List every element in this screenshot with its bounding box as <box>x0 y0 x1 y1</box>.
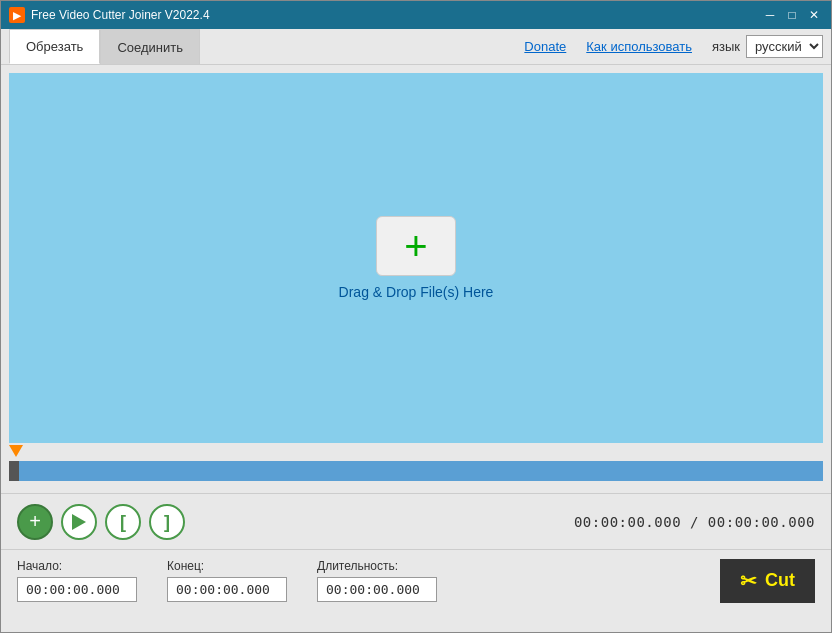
tab-join[interactable]: Соединить <box>100 29 200 64</box>
add-icon: + <box>29 510 41 533</box>
mark-end-button[interactable]: ] <box>149 504 185 540</box>
end-time-label: Конец: <box>167 559 287 573</box>
content-area: + Drag & Drop File(s) Here + [ <box>1 65 831 632</box>
timeline-fill <box>9 461 823 481</box>
lang-label: язык <box>712 39 740 54</box>
add-plus-icon: + <box>404 226 427 266</box>
duration-label: Длительность: <box>317 559 437 573</box>
end-time-group: Конец: <box>167 559 287 602</box>
start-time-label: Начало: <box>17 559 137 573</box>
timeline-left-marker <box>9 461 19 481</box>
lang-select[interactable]: русский English <box>746 35 823 58</box>
language-selector: язык русский English <box>712 35 823 58</box>
minimize-button[interactable]: ─ <box>761 6 779 24</box>
cut-button-label: Cut <box>765 570 795 591</box>
app-icon: ▶ <box>9 7 25 23</box>
menu-tabs: Обрезать Соединить <box>9 29 200 64</box>
timeline-position-marker <box>9 445 23 457</box>
end-time-input[interactable] <box>167 577 287 602</box>
bottom-bar: Начало: Конец: Длительность: ✂ Cut <box>1 549 831 611</box>
title-bar: ▶ Free Video Cutter Joiner V2022.4 ─ □ ✕ <box>1 1 831 29</box>
time-display: 00:00:00.000 / 00:00:00.000 <box>574 514 815 530</box>
how-to-use-link[interactable]: Как использовать <box>586 39 692 54</box>
add-file-ctrl-button[interactable]: + <box>17 504 53 540</box>
play-icon <box>72 514 86 530</box>
menu-bar: Обрезать Соединить Donate Как использова… <box>1 29 831 65</box>
end-bracket-icon: ] <box>164 513 170 531</box>
app-window: ▶ Free Video Cutter Joiner V2022.4 ─ □ ✕… <box>0 0 832 633</box>
add-file-button[interactable]: + <box>376 216 456 276</box>
controls-bar: + [ ] 00:00:00.000 / 00:00:00.000 <box>1 493 831 549</box>
mark-start-button[interactable]: [ <box>105 504 141 540</box>
title-bar-left: ▶ Free Video Cutter Joiner V2022.4 <box>9 7 210 23</box>
play-button[interactable] <box>61 504 97 540</box>
window-controls: ─ □ ✕ <box>761 6 823 24</box>
scissors-icon: ✂ <box>740 569 757 593</box>
timeline-top <box>9 443 823 459</box>
timeline-bar[interactable] <box>9 461 823 481</box>
cut-button[interactable]: ✂ Cut <box>720 559 815 603</box>
start-bracket-icon: [ <box>120 513 126 531</box>
donate-link[interactable]: Donate <box>524 39 566 54</box>
app-title: Free Video Cutter Joiner V2022.4 <box>31 8 210 22</box>
drop-hint-text: Drag & Drop File(s) Here <box>339 284 494 300</box>
menu-bar-right: Donate Как использовать язык русский Eng… <box>524 35 823 58</box>
duration-group: Длительность: <box>317 559 437 602</box>
close-button[interactable]: ✕ <box>805 6 823 24</box>
tab-cut[interactable]: Обрезать <box>9 29 100 64</box>
start-time-group: Начало: <box>17 559 137 602</box>
drop-area[interactable]: + Drag & Drop File(s) Here <box>9 73 823 443</box>
maximize-button[interactable]: □ <box>783 6 801 24</box>
duration-input[interactable] <box>317 577 437 602</box>
start-time-input[interactable] <box>17 577 137 602</box>
timeline-area <box>9 443 823 493</box>
